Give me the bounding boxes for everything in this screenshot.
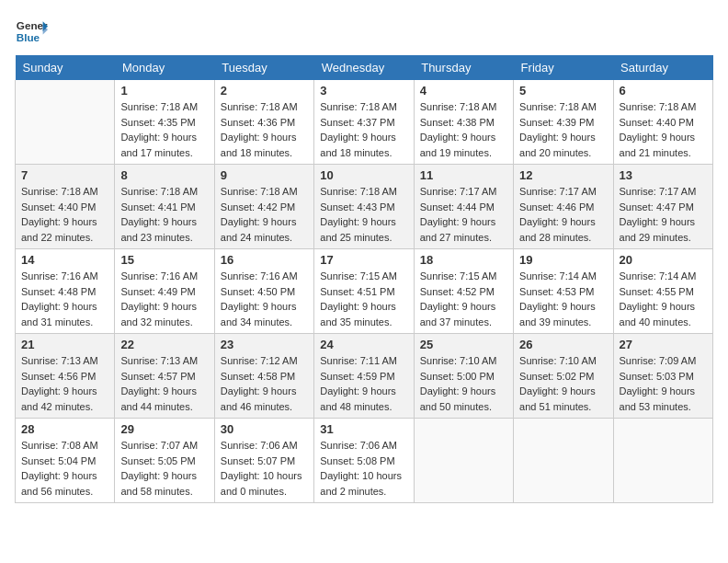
day-number: 11: [420, 168, 507, 182]
day-number: 4: [420, 84, 507, 98]
day-number: 10: [320, 168, 407, 182]
calendar-cell: 11Sunrise: 7:17 AMSunset: 4:44 PMDayligh…: [414, 165, 513, 249]
day-number: 8: [120, 168, 208, 182]
day-info: Sunrise: 7:18 AMSunset: 4:40 PMDaylight:…: [21, 184, 108, 245]
calendar-cell: 18Sunrise: 7:15 AMSunset: 4:52 PMDayligh…: [414, 249, 513, 334]
calendar-cell: [514, 419, 613, 503]
day-info: Sunrise: 7:14 AMSunset: 4:55 PMDaylight:…: [620, 269, 707, 329]
day-number: 31: [320, 422, 407, 436]
day-info: Sunrise: 7:15 AMSunset: 4:52 PMDaylight:…: [420, 269, 507, 329]
day-number: 9: [221, 168, 308, 182]
weekday-header-friday: Friday: [514, 55, 613, 80]
day-number: 24: [320, 338, 407, 351]
calendar-cell: 8Sunrise: 7:18 AMSunset: 4:41 PMDaylight…: [115, 165, 214, 249]
day-info: Sunrise: 7:06 AMSunset: 5:08 PMDaylight:…: [320, 438, 407, 499]
weekday-header-thursday: Thursday: [414, 55, 513, 80]
calendar-week-row: 1Sunrise: 7:18 AMSunset: 4:35 PMDaylight…: [16, 80, 713, 165]
weekday-header-monday: Monday: [115, 55, 214, 80]
day-number: 26: [519, 338, 607, 351]
day-info: Sunrise: 7:10 AMSunset: 5:00 PMDaylight:…: [420, 353, 507, 414]
calendar-cell: 27Sunrise: 7:09 AMSunset: 5:03 PMDayligh…: [613, 334, 712, 419]
day-number: 22: [120, 338, 208, 351]
weekday-header-sunday: Sunday: [16, 55, 115, 80]
calendar-week-row: 28Sunrise: 7:08 AMSunset: 5:04 PMDayligh…: [16, 419, 713, 503]
calendar-cell: 25Sunrise: 7:10 AMSunset: 5:00 PMDayligh…: [414, 334, 513, 419]
day-info: Sunrise: 7:06 AMSunset: 5:07 PMDaylight:…: [221, 438, 308, 499]
day-info: Sunrise: 7:18 AMSunset: 4:43 PMDaylight:…: [320, 184, 407, 245]
day-number: 18: [420, 253, 507, 267]
calendar-cell: 30Sunrise: 7:06 AMSunset: 5:07 PMDayligh…: [214, 419, 313, 503]
calendar-week-row: 14Sunrise: 7:16 AMSunset: 4:48 PMDayligh…: [16, 249, 713, 334]
day-info: Sunrise: 7:09 AMSunset: 5:03 PMDaylight:…: [620, 353, 707, 414]
logo-icon: General Blue: [15, 15, 48, 48]
day-number: 23: [221, 338, 308, 351]
day-number: 30: [221, 422, 308, 436]
day-number: 27: [620, 338, 707, 351]
calendar-cell: 14Sunrise: 7:16 AMSunset: 4:48 PMDayligh…: [16, 249, 115, 334]
calendar-cell: 12Sunrise: 7:17 AMSunset: 4:46 PMDayligh…: [514, 165, 613, 249]
day-number: 5: [519, 84, 607, 98]
day-info: Sunrise: 7:18 AMSunset: 4:41 PMDaylight:…: [120, 184, 208, 245]
day-info: Sunrise: 7:12 AMSunset: 4:58 PMDaylight:…: [221, 353, 308, 414]
calendar-cell: 22Sunrise: 7:13 AMSunset: 4:57 PMDayligh…: [115, 334, 214, 419]
day-number: 1: [120, 84, 208, 98]
calendar-cell: 7Sunrise: 7:18 AMSunset: 4:40 PMDaylight…: [16, 165, 115, 249]
calendar-cell: 9Sunrise: 7:18 AMSunset: 4:42 PMDaylight…: [214, 165, 313, 249]
calendar-cell: 28Sunrise: 7:08 AMSunset: 5:04 PMDayligh…: [16, 419, 115, 503]
calendar-cell: 21Sunrise: 7:13 AMSunset: 4:56 PMDayligh…: [16, 334, 115, 419]
day-number: 19: [519, 253, 607, 267]
day-info: Sunrise: 7:16 AMSunset: 4:49 PMDaylight:…: [120, 269, 208, 329]
calendar-cell: 26Sunrise: 7:10 AMSunset: 5:02 PMDayligh…: [514, 334, 613, 419]
day-number: 3: [320, 84, 407, 98]
day-info: Sunrise: 7:11 AMSunset: 4:59 PMDaylight:…: [320, 353, 407, 414]
calendar-cell: 4Sunrise: 7:18 AMSunset: 4:38 PMDaylight…: [414, 80, 513, 165]
day-info: Sunrise: 7:07 AMSunset: 5:05 PMDaylight:…: [120, 438, 208, 499]
weekday-header-tuesday: Tuesday: [214, 55, 313, 80]
calendar-cell: 16Sunrise: 7:16 AMSunset: 4:50 PMDayligh…: [214, 249, 313, 334]
day-number: 14: [21, 253, 108, 267]
calendar-cell: [613, 419, 712, 503]
calendar-cell: 15Sunrise: 7:16 AMSunset: 4:49 PMDayligh…: [115, 249, 214, 334]
calendar-cell: 10Sunrise: 7:18 AMSunset: 4:43 PMDayligh…: [314, 165, 414, 249]
calendar-cell: [414, 419, 513, 503]
day-number: 20: [620, 253, 707, 267]
day-number: 25: [420, 338, 507, 351]
calendar-cell: 17Sunrise: 7:15 AMSunset: 4:51 PMDayligh…: [314, 249, 414, 334]
day-info: Sunrise: 7:15 AMSunset: 4:51 PMDaylight:…: [320, 269, 407, 329]
day-info: Sunrise: 7:18 AMSunset: 4:40 PMDaylight:…: [620, 99, 707, 160]
calendar-cell: 29Sunrise: 7:07 AMSunset: 5:05 PMDayligh…: [115, 419, 214, 503]
calendar-table: SundayMondayTuesdayWednesdayThursdayFrid…: [15, 55, 713, 503]
day-info: Sunrise: 7:14 AMSunset: 4:53 PMDaylight:…: [519, 269, 607, 329]
day-info: Sunrise: 7:16 AMSunset: 4:48 PMDaylight:…: [21, 269, 108, 329]
day-number: 12: [519, 168, 607, 182]
day-info: Sunrise: 7:18 AMSunset: 4:36 PMDaylight:…: [221, 99, 308, 160]
day-number: 16: [221, 253, 308, 267]
calendar-week-row: 7Sunrise: 7:18 AMSunset: 4:40 PMDaylight…: [16, 165, 713, 249]
day-info: Sunrise: 7:18 AMSunset: 4:39 PMDaylight:…: [519, 99, 607, 160]
calendar-cell: 24Sunrise: 7:11 AMSunset: 4:59 PMDayligh…: [314, 334, 414, 419]
day-number: 6: [620, 84, 707, 98]
calendar-cell: 6Sunrise: 7:18 AMSunset: 4:40 PMDaylight…: [613, 80, 712, 165]
svg-text:Blue: Blue: [17, 31, 40, 43]
weekday-header-row: SundayMondayTuesdayWednesdayThursdayFrid…: [16, 55, 713, 80]
day-info: Sunrise: 7:08 AMSunset: 5:04 PMDaylight:…: [21, 438, 108, 499]
day-number: 13: [620, 168, 707, 182]
day-number: 7: [21, 168, 108, 182]
weekday-header-saturday: Saturday: [613, 55, 712, 80]
calendar-cell: 19Sunrise: 7:14 AMSunset: 4:53 PMDayligh…: [514, 249, 613, 334]
day-number: 29: [120, 422, 208, 436]
calendar-cell: 31Sunrise: 7:06 AMSunset: 5:08 PMDayligh…: [314, 419, 414, 503]
day-info: Sunrise: 7:17 AMSunset: 4:44 PMDaylight:…: [420, 184, 507, 245]
day-info: Sunrise: 7:13 AMSunset: 4:56 PMDaylight:…: [21, 353, 108, 414]
calendar-cell: 5Sunrise: 7:18 AMSunset: 4:39 PMDaylight…: [514, 80, 613, 165]
day-info: Sunrise: 7:18 AMSunset: 4:35 PMDaylight:…: [120, 99, 208, 160]
calendar-cell: 23Sunrise: 7:12 AMSunset: 4:58 PMDayligh…: [214, 334, 313, 419]
calendar-cell: 13Sunrise: 7:17 AMSunset: 4:47 PMDayligh…: [613, 165, 712, 249]
calendar-cell: 1Sunrise: 7:18 AMSunset: 4:35 PMDaylight…: [115, 80, 214, 165]
day-info: Sunrise: 7:16 AMSunset: 4:50 PMDaylight:…: [221, 269, 308, 329]
logo: General Blue: [15, 15, 48, 48]
day-number: 21: [21, 338, 108, 351]
day-number: 17: [320, 253, 407, 267]
day-info: Sunrise: 7:17 AMSunset: 4:47 PMDaylight:…: [620, 184, 707, 245]
day-info: Sunrise: 7:10 AMSunset: 5:02 PMDaylight:…: [519, 353, 607, 414]
